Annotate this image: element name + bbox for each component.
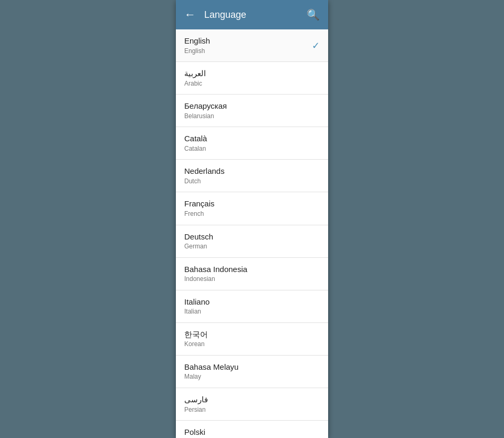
language-text: Bahasa IndonesiaIndonesian [184,264,320,284]
language-subtitle: Catalan [184,145,320,153]
language-name: العربية [184,68,320,79]
language-subtitle: Dutch [184,178,320,186]
toolbar: ← Language 🔍 [176,0,328,29]
language-item[interactable]: PolskiPolish [176,421,328,438]
language-subtitle: German [184,243,320,251]
language-name: Bahasa Indonesia [184,264,320,275]
language-subtitle: Italian [184,308,320,316]
language-text: EnglishEnglish [184,36,308,55]
language-text: БеларускаяBelarusian [184,101,320,120]
language-text: NederlandsDutch [184,166,320,185]
language-name: Français [184,199,320,209]
back-button[interactable]: ← [184,9,196,20]
language-text: ItalianoItalian [184,297,320,316]
language-text: Bahasa MelayuMalay [184,362,320,381]
check-icon: ✓ [312,40,320,51]
language-subtitle: Arabic [184,80,320,88]
language-text: DeutschGerman [184,232,320,251]
app-container: ← Language 🔍 EnglishEnglish✓العربيةArabi… [176,0,328,438]
language-subtitle: Malay [184,373,320,381]
language-text: FrançaisFrench [184,199,320,218]
language-text: CatalàCatalan [184,133,320,153]
language-subtitle: Indonesian [184,275,320,284]
language-subtitle: Korean [184,340,320,349]
language-name: English [184,36,308,46]
language-name: Беларуская [184,101,320,111]
language-item[interactable]: БеларускаяBelarusian [176,95,328,127]
language-item[interactable]: فارسیPersian [176,388,328,421]
language-subtitle: French [184,210,320,218]
language-subtitle: Persian [184,406,320,414]
language-item[interactable]: ItalianoItalian [176,290,328,323]
language-name: Nederlands [184,166,320,176]
language-text: فارسیPersian [184,394,320,414]
language-name: Català [184,133,320,144]
language-name: Deutsch [184,232,320,242]
search-icon[interactable]: 🔍 [307,8,320,21]
language-subtitle: English [184,47,308,56]
language-name: Bahasa Melayu [184,362,320,372]
language-name: فارسی [184,394,320,405]
language-item[interactable]: DeutschGerman [176,225,328,258]
language-text: PolskiPolish [184,427,320,438]
language-item[interactable]: EnglishEnglish✓ [176,29,328,62]
language-subtitle: Belarusian [184,112,320,121]
language-item[interactable]: FrançaisFrench [176,192,328,225]
language-item[interactable]: 한국어Korean [176,323,328,356]
language-text: العربيةArabic [184,68,320,88]
language-item[interactable]: Bahasa IndonesiaIndonesian [176,258,328,290]
language-name: Italiano [184,297,320,307]
toolbar-title: Language [204,9,307,20]
language-item[interactable]: NederlandsDutch [176,160,328,192]
language-list: EnglishEnglish✓العربيةArabicБеларускаяBe… [176,29,328,438]
language-name: Polski [184,427,320,437]
language-item[interactable]: العربيةArabic [176,62,328,95]
language-name: 한국어 [184,329,320,340]
language-item[interactable]: Bahasa MelayuMalay [176,356,328,388]
language-item[interactable]: CatalàCatalan [176,127,328,160]
language-text: 한국어Korean [184,329,320,349]
